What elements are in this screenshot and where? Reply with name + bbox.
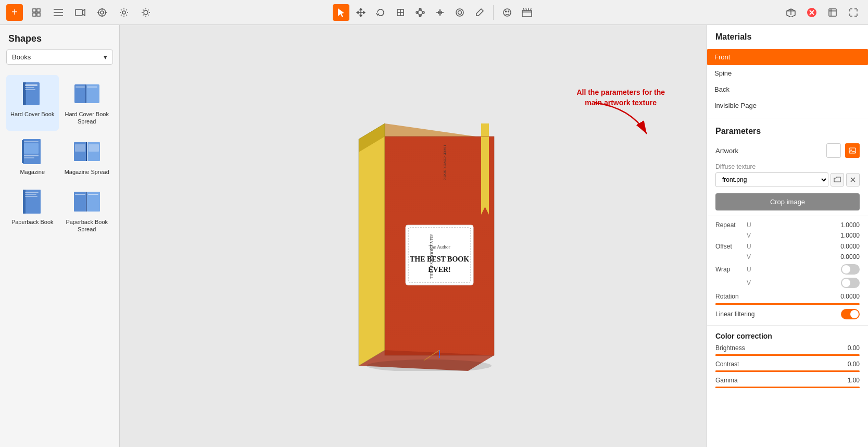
edit-tool[interactable]	[471, 4, 488, 21]
offset-u-row: Offset U 0.0000	[707, 241, 868, 252]
rotate-tool[interactable]	[372, 4, 389, 21]
toolbar-right	[539, 4, 862, 21]
expand-icon[interactable]	[845, 4, 862, 21]
artwork-image-button[interactable]	[845, 143, 860, 158]
wrap-u-row: Wrap U	[707, 262, 868, 276]
magazine-spread-label: Magazine Spread	[65, 168, 109, 176]
gamma-slider[interactable]	[715, 387, 860, 388]
wrap-v-row: V	[707, 276, 868, 290]
chevron-down-icon: ▾	[104, 53, 107, 61]
svg-point-49	[508, 11, 509, 12]
svg-line-22	[148, 15, 149, 16]
video-icon[interactable]	[72, 4, 89, 21]
sun-icon[interactable]	[137, 4, 154, 21]
tab-front[interactable]: Front	[707, 49, 868, 65]
shape-item-hard-cover-book-spread[interactable]: Hard Cover Book Spread	[61, 75, 114, 131]
deform-tool[interactable]	[412, 4, 429, 21]
move-tool[interactable]	[353, 4, 369, 21]
section-divider-1	[707, 118, 868, 118]
hard-cover-book-spread-icon	[73, 80, 100, 107]
materials-section: Materials	[707, 25, 868, 49]
section-divider-2	[707, 216, 868, 216]
offset-v-row: V 0.0000	[707, 252, 868, 262]
svg-line-23	[143, 15, 144, 16]
crop-image-button[interactable]: Crop image	[715, 193, 860, 210]
face-tool[interactable]	[499, 4, 515, 21]
svg-rect-113	[849, 148, 856, 153]
material-tabs: Front Spine Back Invisible Page	[707, 49, 868, 114]
diffuse-texture-row: Diffuse texture front.png	[707, 161, 868, 190]
svg-point-9	[98, 9, 106, 16]
hard-cover-book-spread-label: Hard Cover Book Spread	[64, 110, 110, 126]
svg-rect-90	[88, 194, 98, 195]
tab-invisible-page[interactable]: Invisible Page	[707, 97, 868, 114]
artwork-color-swatch[interactable]	[826, 143, 841, 158]
canvas-area: All the parameters for the main artwork …	[120, 25, 707, 447]
shape-item-hard-cover-book[interactable]: Hard Cover Book	[6, 75, 59, 131]
svg-rect-89	[75, 194, 85, 195]
linear-filtering-label: Linear filtering	[715, 311, 773, 318]
magazine-label: Magazine	[20, 168, 45, 176]
color-correction-title: Color correction	[707, 328, 868, 342]
camera-tool[interactable]	[451, 4, 468, 21]
svg-rect-79	[75, 144, 85, 152]
svg-rect-50	[522, 10, 532, 17]
brightness-slider[interactable]	[715, 354, 860, 356]
pivot-tool[interactable]	[432, 4, 448, 21]
rotation-slider[interactable]	[715, 303, 860, 305]
wrap-v-toggle[interactable]	[841, 278, 860, 288]
shapes-grid: Hard Cover Book Hard Cover Book Spread	[0, 71, 119, 242]
grid-icon[interactable]	[28, 4, 45, 21]
contrast-value: 0.00	[848, 361, 860, 368]
offset-u-label: U	[747, 243, 757, 250]
svg-marker-98	[481, 123, 489, 215]
brightness-label: Brightness	[715, 344, 747, 352]
linear-filtering-row: Linear filtering	[707, 308, 868, 321]
shape-item-paperback-book[interactable]: Paperback Book	[6, 183, 59, 239]
gamma-row: Gamma 1.00	[707, 375, 868, 386]
texture-folder-button[interactable]	[831, 173, 844, 187]
svg-line-41	[417, 13, 420, 16]
shape-item-magazine-spread[interactable]: Magazine Spread	[61, 133, 114, 181]
target-icon[interactable]	[94, 4, 110, 21]
rotation-label: Rotation	[715, 293, 840, 300]
wrap-u-toggle[interactable]	[841, 264, 860, 275]
left-sidebar: Shapes Books ▾ Hard Cover Book	[0, 25, 120, 447]
close-circle-icon[interactable]	[803, 4, 820, 21]
texture-clear-button[interactable]	[846, 173, 860, 187]
linear-filtering-toggle[interactable]	[841, 309, 860, 319]
svg-line-39	[420, 9, 423, 13]
svg-point-46	[458, 10, 462, 14]
paperback-book-spread-label: Paperback Book Spread	[64, 218, 110, 233]
settings-icon[interactable]	[116, 4, 132, 21]
frame-icon[interactable]	[824, 4, 841, 21]
menu-icon[interactable]	[50, 4, 67, 21]
tab-back[interactable]: Back	[707, 81, 868, 97]
svg-rect-85	[25, 196, 37, 197]
parameters-title: Parameters	[707, 120, 868, 140]
scale-tool[interactable]	[392, 4, 409, 21]
paperback-book-icon	[19, 188, 46, 215]
shapes-dropdown[interactable]: Books ▾	[6, 49, 113, 65]
texture-select[interactable]: front.png	[715, 172, 828, 187]
repeat-u-value: 1.0000	[840, 221, 860, 229]
svg-rect-62	[25, 87, 34, 88]
shape-item-paperback-book-spread[interactable]: Paperback Book Spread	[61, 183, 114, 239]
gamma-label: Gamma	[715, 377, 747, 384]
cursor-tool[interactable]	[333, 4, 349, 21]
annotation: All the parameters for the main artwork …	[576, 88, 665, 108]
toolbar-left: +	[6, 4, 329, 21]
svg-line-21	[143, 9, 144, 10]
svg-rect-2	[33, 13, 36, 16]
clapper-tool[interactable]	[519, 4, 535, 21]
contrast-slider[interactable]	[715, 370, 860, 372]
3d-view-icon[interactable]	[783, 4, 799, 21]
svg-rect-73	[24, 155, 39, 156]
shape-item-magazine[interactable]: Magazine	[6, 133, 59, 181]
offset-v-value: 0.0000	[840, 253, 860, 260]
tab-spine[interactable]: Spine	[707, 65, 868, 81]
offset-v-label: V	[747, 253, 757, 260]
svg-marker-28	[360, 15, 362, 17]
diffuse-texture-label: Diffuse texture	[715, 163, 860, 170]
add-button[interactable]: +	[6, 4, 23, 21]
